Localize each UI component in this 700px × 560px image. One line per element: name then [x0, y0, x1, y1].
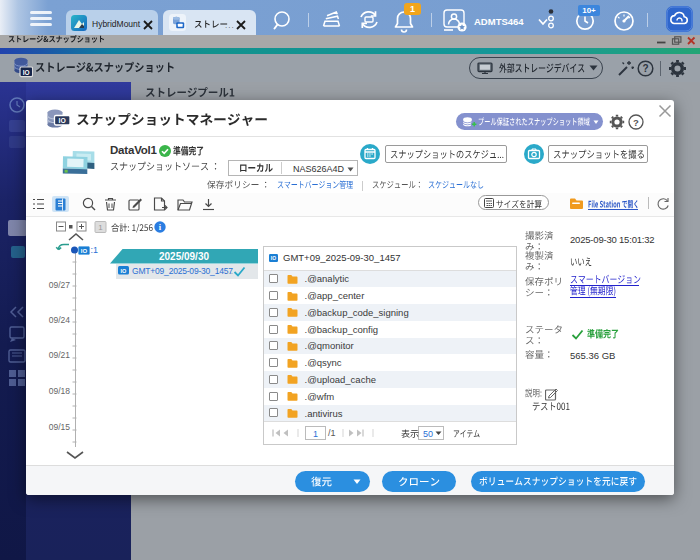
svg-text:IO: IO — [271, 255, 276, 261]
svg-text:IO: IO — [59, 117, 66, 124]
svg-text:IO: IO — [23, 69, 30, 76]
svg-text:?: ? — [633, 117, 639, 128]
svg-text:IO: IO — [120, 268, 127, 274]
svg-text:?: ? — [642, 63, 648, 74]
svg-text:IO: IO — [80, 248, 87, 254]
svg-text:1: 1 — [98, 223, 103, 232]
